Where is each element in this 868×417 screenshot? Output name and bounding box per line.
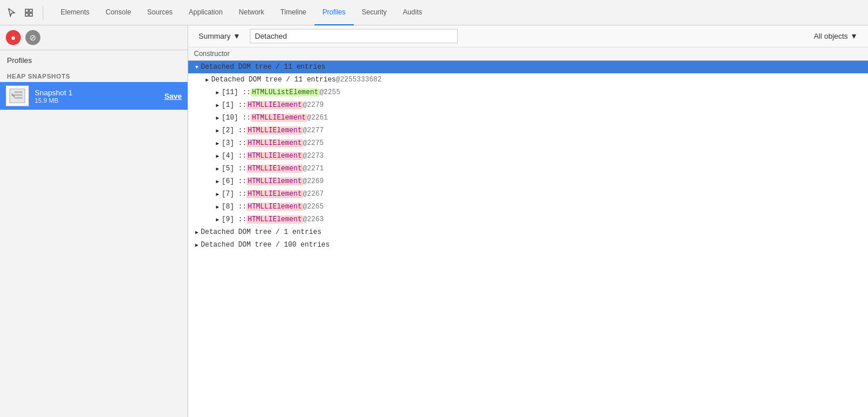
tree-toggle-icon[interactable] [214,177,222,185]
tree-row[interactable]: [11] :: HTMLUListElement @2255 [188,86,868,99]
tree-toggle-icon[interactable] [214,215,222,224]
snapshot-info: Snapshot 1 15.9 MB [35,88,164,104]
token-text: [3] :: [222,139,246,147]
tree-row[interactable]: [9] :: HTMLLIElement @2263 [188,213,868,226]
token-addr: @2271 [303,165,324,173]
token-addr: @2275 [303,139,324,147]
token-tag: HTMLLIElement [246,165,303,173]
tree-toggle-icon[interactable] [214,126,222,135]
svg-rect-6 [14,91,23,93]
svg-rect-8 [14,97,23,99]
token-text: [7] :: [222,190,246,198]
token-addr: @2279 [303,101,324,109]
svg-rect-0 [25,9,28,12]
token-text: [10] :: [222,114,250,122]
cursor-tool-button[interactable] [5,6,18,20]
content-toolbar: Summary ▼ All objects ▼ [188,25,868,47]
tree-row[interactable]: Detached DOM tree / 1 entries [188,226,868,239]
svg-rect-7 [14,94,23,96]
snapshot-size: 15.9 MB [35,97,164,104]
tree-toggle-icon[interactable] [214,139,222,147]
tree-row[interactable]: [8] :: HTMLLIElement @2265 [188,200,868,213]
tree-row[interactable]: [1] :: HTMLLIElement @2279 [188,99,868,111]
token-addr: @2255333682 [336,76,381,84]
token-text: [1] :: [222,101,246,109]
top-nav: Elements Console Sources Application Net… [0,0,868,25]
token-text: [8] :: [222,203,246,211]
filter-input[interactable] [250,29,458,43]
token-tag: HTMLLIElement [246,203,303,211]
svg-rect-3 [29,13,32,16]
tree-toggle-icon[interactable] [203,76,211,84]
token-addr: @2269 [303,177,324,185]
tab-profiles[interactable]: Profiles [315,0,354,25]
sidebar: ● ⊘ Profiles HEAP SNAPSHOTS % Snap [0,25,188,417]
nav-tabs: Elements Console Sources Application Net… [53,0,863,25]
sidebar-actions: ● ⊘ [6,30,40,45]
tree-toggle-icon[interactable] [214,190,222,198]
tree-row[interactable]: [5] :: HTMLLIElement @2271 [188,162,868,175]
all-objects-dropdown[interactable]: All objects ▼ [809,29,862,43]
token-addr: @2277 [303,126,324,135]
summary-dropdown[interactable]: Summary ▼ [194,29,245,43]
tree-row[interactable]: [4] :: HTMLLIElement @2273 [188,150,868,162]
tab-application[interactable]: Application [181,0,231,25]
tab-security[interactable]: Security [354,0,395,25]
tree-toggle-icon[interactable] [193,63,201,71]
token-tag: HTMLLIElement [246,101,303,109]
tree-row[interactable]: [6] :: HTMLLIElement @2269 [188,175,868,188]
token-tag: HTMLLIElement [246,152,303,160]
svg-rect-2 [25,13,28,16]
tree-row[interactable]: Detached DOM tree / 11 entries @22553336… [188,73,868,86]
tree-row[interactable]: [10] :: HTMLLIElement @2261 [188,111,868,124]
tree-row[interactable]: [2] :: HTMLLIElement @2277 [188,124,868,137]
snapshot-save-button[interactable]: Save [164,92,182,100]
tab-timeline[interactable]: Timeline [272,0,315,25]
snapshot-item[interactable]: % Snapshot 1 15.9 MB Save [0,82,188,110]
stop-button[interactable]: ⊘ [25,30,40,45]
token-addr: @2273 [303,152,324,160]
summary-label: Summary [199,32,231,40]
tree-toggle-icon[interactable] [214,101,222,109]
tree-toggle-icon[interactable] [214,165,222,173]
main-layout: ● ⊘ Profiles HEAP SNAPSHOTS % Snap [0,25,868,417]
tree-toggle-icon[interactable] [193,241,201,249]
profiles-label: Profiles [0,50,188,68]
all-objects-label: All objects [814,32,848,40]
tab-sources[interactable]: Sources [139,0,181,25]
tab-console[interactable]: Console [98,0,139,25]
tab-elements[interactable]: Elements [53,0,98,25]
token-addr: @2267 [303,190,324,198]
heap-snapshots-label: HEAP SNAPSHOTS [0,68,188,82]
token-tag: HTMLLIElement [246,126,303,135]
token-text: [5] :: [222,165,246,173]
tree-view[interactable]: Detached DOM tree / 11 entriesDetached D… [188,61,868,417]
token-tag: HTMLLIElement [246,177,303,185]
tab-audits[interactable]: Audits [395,0,430,25]
token-tag: HTMLLIElement [246,190,303,198]
tree-row[interactable]: [3] :: HTMLLIElement @2275 [188,137,868,150]
tree-toggle-icon[interactable] [214,203,222,211]
tree-row[interactable]: [7] :: HTMLLIElement @2267 [188,188,868,200]
inspect-tool-button[interactable] [22,6,36,20]
token-tag-green: HTMLUListElement [250,88,319,96]
tree-row[interactable]: Detached DOM tree / 11 entries [188,61,868,73]
tree-toggle-icon[interactable] [193,228,201,236]
tree-toggle-icon[interactable] [214,152,222,160]
nav-icons [5,6,43,20]
record-button[interactable]: ● [6,30,21,45]
token-tag: HTMLLIElement [250,114,307,122]
tree-toggle-icon[interactable] [214,114,222,122]
tree-row[interactable]: Detached DOM tree / 100 entries [188,239,868,251]
token-addr: @2261 [307,114,328,122]
tree-toggle-icon[interactable] [214,88,222,96]
tab-network[interactable]: Network [231,0,272,25]
token-addr: @2263 [303,215,324,224]
token-tag: HTMLLIElement [246,215,303,224]
token-text: [11] :: [222,88,250,96]
summary-chevron-icon: ▼ [233,32,241,40]
token-text: Detached DOM tree / 100 entries [201,241,330,249]
sidebar-header: ● ⊘ [0,25,188,50]
content-area: Summary ▼ All objects ▼ Constructor Deta… [188,25,868,417]
token-text: Detached DOM tree / 11 entries [201,63,326,71]
